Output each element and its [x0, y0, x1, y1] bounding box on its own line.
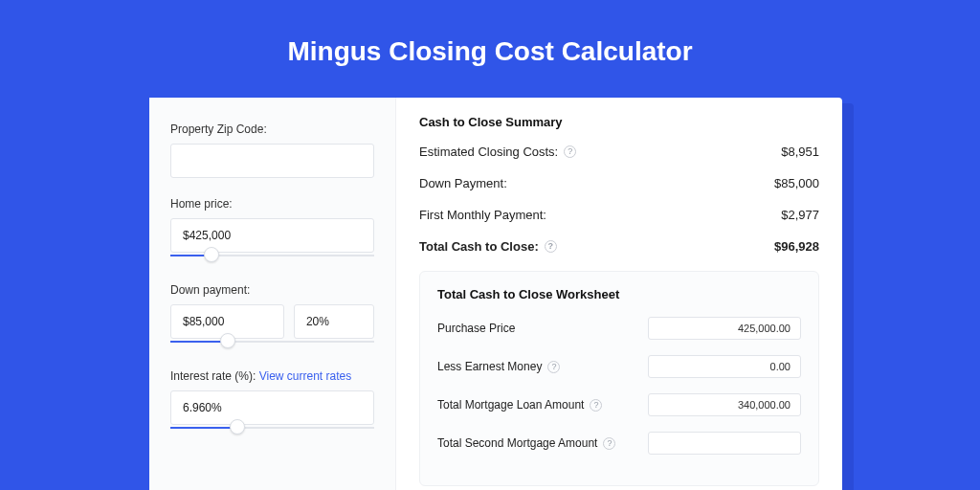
slider-thumb[interactable] [220, 333, 235, 348]
help-icon[interactable]: ? [564, 145, 576, 158]
summary-row-total: Total Cash to Close: ? $96,928 [419, 239, 819, 254]
interest-slider[interactable] [170, 423, 374, 436]
slider-fill [170, 341, 228, 343]
purchase-price-value[interactable] [648, 317, 801, 340]
first-monthly-value: $2,977 [781, 208, 819, 222]
purchase-price-label: Purchase Price [437, 322, 515, 335]
help-icon[interactable]: ? [547, 361, 560, 373]
zip-field-group: Property Zip Code: [170, 122, 374, 178]
home-price-label: Home price: [170, 197, 374, 211]
results-panel: Cash to Close Summary Estimated Closing … [396, 98, 842, 490]
down-payment-label: Down payment: [170, 283, 374, 297]
est-costs-value: $8,951 [781, 145, 819, 159]
zip-label: Property Zip Code: [170, 122, 374, 136]
summary-section: Cash to Close Summary Estimated Closing … [419, 115, 819, 254]
first-monthly-label: First Monthly Payment: [419, 208, 546, 222]
ws-row-purchase-price: Purchase Price [437, 317, 801, 340]
home-price-slider[interactable] [170, 251, 374, 264]
worksheet-section: Total Cash to Close Worksheet Purchase P… [419, 271, 819, 486]
loan-amount-value[interactable] [648, 393, 801, 416]
slider-thumb[interactable] [230, 419, 245, 434]
home-price-input[interactable] [170, 218, 374, 253]
help-icon[interactable]: ? [603, 437, 615, 450]
page-title: Mingus Closing Cost Calculator [0, 0, 980, 94]
worksheet-title: Total Cash to Close Worksheet [437, 287, 801, 301]
earnest-label: Less Earnest Money [437, 360, 542, 373]
loan-amount-label: Total Mortgage Loan Amount [437, 398, 584, 412]
down-payment-pct-input[interactable] [294, 304, 374, 339]
ws-row-loan-amount: Total Mortgage Loan Amount ? [437, 393, 801, 416]
home-price-field-group: Home price: [170, 197, 374, 264]
help-icon[interactable]: ? [590, 399, 602, 412]
view-rates-link[interactable]: View current rates [259, 369, 352, 383]
summary-title: Cash to Close Summary [419, 115, 819, 129]
total-label: Total Cash to Close: [419, 239, 539, 254]
summary-down-payment-label: Down Payment: [419, 176, 507, 190]
interest-label: Interest rate (%): View current rates [170, 369, 374, 383]
slider-fill [170, 427, 237, 429]
inputs-panel: Property Zip Code: Home price: Down paym… [149, 98, 396, 490]
second-mortgage-label: Total Second Mortgage Amount [437, 436, 597, 450]
slider-thumb[interactable] [204, 247, 219, 262]
zip-input[interactable] [170, 144, 374, 178]
ws-row-second-mortgage: Total Second Mortgage Amount ? [437, 432, 801, 455]
summary-row-down-payment: Down Payment: $85,000 [419, 176, 819, 190]
interest-input[interactable] [170, 390, 374, 425]
second-mortgage-value[interactable] [648, 432, 801, 455]
down-payment-slider[interactable] [170, 337, 374, 350]
summary-row-est-costs: Estimated Closing Costs: ? $8,951 [419, 145, 819, 159]
calculator-card: Property Zip Code: Home price: Down paym… [149, 98, 842, 490]
summary-row-first-monthly: First Monthly Payment: $2,977 [419, 208, 819, 222]
ws-row-earnest: Less Earnest Money ? [437, 355, 801, 378]
summary-down-payment-value: $85,000 [774, 176, 819, 190]
est-costs-label: Estimated Closing Costs: [419, 145, 558, 159]
interest-label-text: Interest rate (%): [170, 369, 259, 383]
earnest-value[interactable] [648, 355, 801, 378]
down-payment-field-group: Down payment: [170, 283, 374, 350]
interest-field-group: Interest rate (%): View current rates [170, 369, 374, 436]
help-icon[interactable]: ? [545, 240, 557, 253]
total-value: $96,928 [774, 239, 819, 254]
